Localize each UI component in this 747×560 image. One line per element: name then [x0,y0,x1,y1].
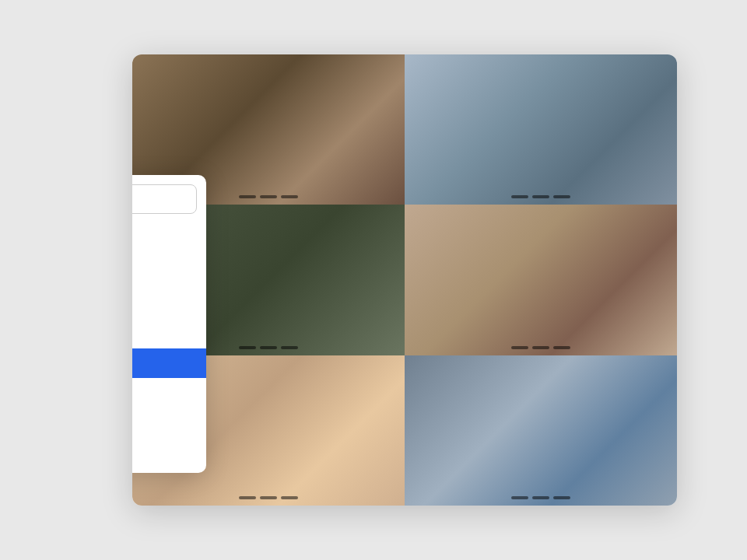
dot [511,195,528,198]
dropdown-container: ▾ 2022 ▾ 2023 ▾ Applications [132,175,206,473]
year-item-2023[interactable]: ▾ 2023 [132,244,206,267]
dot [553,195,570,198]
video-grid [132,54,677,506]
search-input[interactable] [132,193,187,206]
video-dots-2 [511,195,570,198]
applications-header[interactable]: ▾ Applications [132,267,206,289]
app-item-zoom[interactable]: Zoom [132,348,206,378]
dot [239,195,256,198]
video-cell-2 [405,54,677,205]
dot [553,496,570,499]
browser-window: ▾ 2022 ▾ 2023 ▾ Applications [132,54,677,506]
video-dots-3 [239,346,298,349]
dot [553,346,570,349]
dot [260,195,277,198]
video-cell-6 [405,355,677,506]
search-box[interactable] [132,184,197,214]
dot [532,496,549,499]
dot [239,346,256,349]
dot [281,496,298,499]
app-item-slack[interactable]: Slack [132,378,206,408]
dot [281,346,298,349]
year-item-2022[interactable]: ▾ 2022 [132,222,206,244]
video-dots-6 [511,496,570,499]
dot [260,496,277,499]
app-item-microsoft-word[interactable]: W Microsoft Word [132,437,206,467]
dot [281,195,298,198]
app-item-google-chrome[interactable]: Google Chrome [132,289,206,319]
video-dots-4 [511,346,570,349]
video-dots-1 [239,195,298,198]
dot [532,346,549,349]
dot [239,496,256,499]
dropdown-menu: ▾ 2022 ▾ 2023 ▾ Applications [132,175,206,473]
dot [260,346,277,349]
video-dots-5 [239,496,298,499]
app-item-file-browser[interactable]: File Browser [132,408,206,437]
dot [511,346,528,349]
app-item-google-drive[interactable]: Google Drive [132,319,206,348]
dot [511,496,528,499]
dot [532,195,549,198]
search-wrapper [132,184,206,222]
video-cell-4 [405,205,677,355]
